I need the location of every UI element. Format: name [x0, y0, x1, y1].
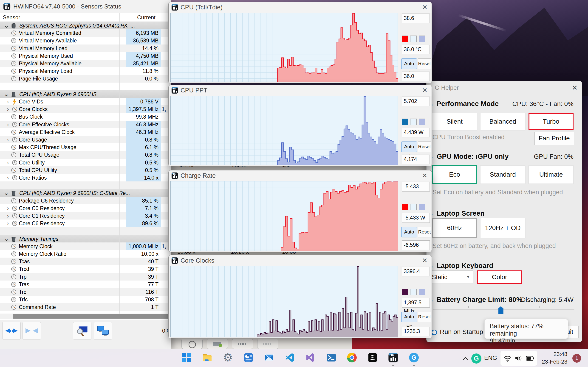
sensor-section-header[interactable]: ⌄System: ASUS ROG Zephyrus G14 GA402RK_.… — [0, 22, 171, 30]
auto-fit-button[interactable]: Auto Fit — [401, 142, 417, 152]
notification-badge[interactable]: 1 — [572, 354, 581, 363]
sensor-row[interactable]: Total CPU Utility0.5 % — [0, 166, 171, 174]
auto-fit-button[interactable]: Auto Fit — [401, 312, 417, 322]
sensor-row[interactable]: Trcd39 T — [0, 265, 171, 273]
graph-color-swatches[interactable] — [402, 35, 425, 42]
close-icon[interactable]: ✕ — [422, 86, 427, 94]
graph-color-swatches[interactable] — [402, 119, 425, 125]
taskbar-icon-mail[interactable] — [263, 351, 276, 364]
scrollbar-thumb[interactable] — [13, 314, 168, 319]
auto-fit-button[interactable]: Auto Fit — [401, 227, 417, 237]
close-icon[interactable]: ✕ — [422, 172, 427, 179]
standard-button[interactable]: Standard — [480, 165, 525, 184]
tray-status-area[interactable] — [500, 351, 537, 366]
expander-icon[interactable]: › — [7, 159, 9, 166]
sensor-section-header[interactable]: ⌄CPU [#0]: AMD Ryzen 9 6900HS: C-State R… — [0, 189, 171, 197]
sensor-row[interactable]: Bus Clock99.8 MHz — [0, 113, 171, 120]
taskbar-icon-powershell[interactable] — [325, 351, 338, 364]
sensor-row[interactable]: ›Core Usage0.8 % — [0, 136, 171, 143]
sensor-row[interactable]: ›Core Utility0.5 % — [0, 159, 171, 166]
sensor-row[interactable]: Virtual Memory Committed6,193 MB — [0, 29, 171, 37]
sensor-row[interactable]: ›Core VIDs0.786 V — [0, 98, 171, 105]
close-icon[interactable]: ✕ — [572, 84, 578, 92]
taskbar-icon-chrome[interactable] — [346, 351, 358, 364]
taskbar-icon-file-explorer[interactable] — [201, 351, 214, 364]
column-header-sensor[interactable]: Sensor — [3, 14, 20, 21]
taskbar-icon-settings[interactable]: ⚙ — [221, 351, 234, 364]
series-color-swatch[interactable] — [402, 119, 408, 125]
reset-button[interactable]: Reset — [418, 312, 431, 322]
taskbar-icon-vscode[interactable] — [284, 351, 296, 364]
grammarly-tray-icon[interactable]: G — [471, 353, 481, 364]
auto-fit-button[interactable]: Auto Fit — [401, 58, 417, 69]
background-color-swatch[interactable] — [410, 204, 417, 210]
chevron-down-icon[interactable]: ⌄ — [4, 23, 9, 29]
sensor-row[interactable]: Trfc708 T — [0, 296, 171, 303]
background-color-swatch[interactable] — [410, 119, 417, 125]
sensor-row[interactable]: Tras77 T — [0, 281, 171, 288]
graph-color-swatches[interactable] — [402, 289, 425, 295]
system-summary-button[interactable] — [73, 322, 91, 340]
horizontal-scrollbar[interactable] — [0, 314, 171, 319]
expander-icon[interactable]: › — [7, 106, 9, 113]
reset-button[interactable]: Reset — [418, 227, 431, 237]
grid-color-swatch[interactable] — [419, 289, 425, 295]
collapse-columns-button[interactable] — [23, 322, 41, 340]
graph-titlebar[interactable]: Charge Rate✕ — [169, 170, 432, 181]
battery-limit-slider[interactable] — [433, 309, 574, 310]
background-color-swatch[interactable] — [410, 289, 417, 295]
sensor-row[interactable]: Physical Memory Available35,421 MB — [0, 60, 171, 67]
tray-chevron-up-icon[interactable] — [461, 354, 470, 363]
column-header-current[interactable]: Current — [137, 14, 156, 21]
sensor-row[interactable]: Average Effective Clock46.3 MHz — [0, 128, 171, 136]
sensor-row[interactable]: Max CPU/Thread Usage6.1 % — [0, 143, 171, 151]
reset-button[interactable]: Reset — [418, 58, 431, 69]
120hz-od-button[interactable]: 120Hz + OD — [480, 218, 525, 238]
close-icon[interactable]: ✕ — [422, 3, 427, 11]
graph-titlebar[interactable]: CPU (Tctl/Tdie)✕ — [169, 2, 432, 13]
taskbar-icon-start[interactable] — [180, 351, 193, 364]
sensor-row[interactable]: ›Core C1 Residency3.4 % — [0, 212, 171, 219]
sensor-row[interactable]: Trc116 T — [0, 288, 171, 296]
expander-icon[interactable]: › — [7, 136, 9, 143]
language-indicator[interactable]: ENG — [484, 354, 497, 361]
chevron-down-icon[interactable]: ⌄ — [4, 91, 9, 98]
taskbar-icon-g-helper[interactable]: G — [407, 351, 420, 364]
series-color-swatch[interactable] — [402, 35, 408, 42]
fan-profile-button[interactable]: Fan Profile — [535, 132, 574, 145]
keyboard-color-button[interactable]: Color — [477, 270, 522, 284]
graph-color-swatches[interactable] — [402, 204, 425, 210]
graph-titlebar[interactable]: CPU PPT✕ — [169, 85, 432, 96]
grid-color-swatch[interactable] — [419, 35, 425, 42]
expander-icon[interactable]: › — [7, 98, 9, 105]
tray-clock[interactable]: 23:48 23-Feb-23 — [537, 350, 567, 365]
keyboard-backlight-dropdown[interactable]: Static ▼ — [428, 270, 473, 284]
sensor-row[interactable]: Command Rate1 T — [0, 303, 171, 311]
graph-titlebar[interactable]: Core Clocks✕ — [169, 255, 432, 266]
sensor-row[interactable]: Virtual Memory Available36,539 MB — [0, 37, 171, 44]
sensor-section-header[interactable]: ⌄Memory Timings — [0, 235, 171, 243]
sensor-row[interactable]: Physical Memory Load11.8 % — [0, 67, 171, 75]
sensor-section-header[interactable]: ⌄CPU [#0]: AMD Ryzen 9 6900HS — [0, 90, 171, 98]
sensor-row[interactable]: ›Core Clocks1,397.5 MHz1, — [0, 105, 171, 113]
taskbar-icon-visual-studio[interactable] — [304, 351, 317, 364]
sensor-row[interactable]: Memory Clock1,000.0 MHz1, — [0, 242, 171, 250]
sensor-row[interactable]: ›Core C6 Residency89.6 % — [0, 219, 171, 227]
silent-button[interactable]: Silent — [432, 113, 477, 130]
sensor-table-header[interactable]: Sensor Current — [0, 13, 171, 22]
close-icon[interactable]: ✕ — [422, 257, 427, 264]
expand-columns-button[interactable] — [2, 322, 21, 340]
60hz-button[interactable]: 60Hz — [432, 218, 477, 238]
eco-button[interactable]: Eco — [432, 165, 477, 184]
reset-button[interactable]: Reset — [418, 142, 431, 152]
balanced-button[interactable]: Balanced — [480, 113, 525, 130]
sensor-row[interactable]: Package C6 Residency85.1 % — [0, 197, 171, 204]
expander-icon[interactable]: › — [7, 212, 9, 219]
expander-icon[interactable]: › — [7, 121, 9, 128]
expander-icon[interactable]: › — [7, 220, 9, 227]
background-color-swatch[interactable] — [410, 35, 417, 42]
sensor-row[interactable]: Physical Memory Used4,750 MB — [0, 52, 171, 60]
sensor-row[interactable]: ›Core C0 Residency7.1 % — [0, 204, 171, 212]
slider-handle[interactable] — [498, 306, 503, 314]
expander-icon[interactable]: › — [7, 205, 9, 212]
